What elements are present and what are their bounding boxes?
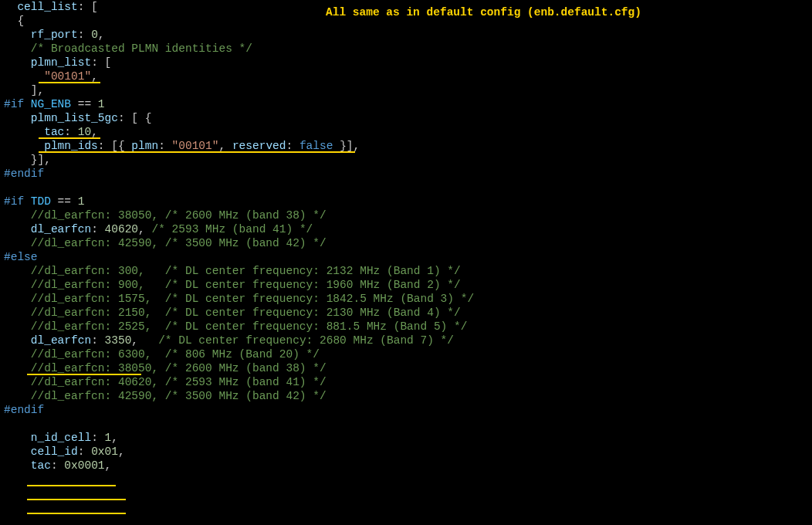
code: : [ { <box>118 112 152 124</box>
code: plmn_ids <box>4 140 98 152</box>
code: //dl_earfcn: 2525, /* DL center frequenc… <box>4 320 467 333</box>
code: /* 2593 MHz (band 41) */ <box>151 223 313 235</box>
underline <box>27 485 116 486</box>
code: cell_id <box>4 445 78 458</box>
code: : <box>51 459 64 472</box>
code: , <box>218 140 232 152</box>
code: 10 <box>78 126 91 138</box>
code: plmn_list_5gc <box>4 112 118 124</box>
underline <box>39 151 355 153</box>
code: 1 <box>98 98 105 110</box>
code: //dl_earfcn: 1575, /* DL center frequenc… <box>4 293 474 305</box>
underline <box>27 374 141 375</box>
annotation-text: All same as in default config (enb.defau… <box>326 6 641 19</box>
config-code: cell_list: [ { rf_port: 0, /* Broadcaste… <box>0 0 812 472</box>
code: dl_earfcn <box>4 334 91 347</box>
code: dl_earfcn <box>4 223 91 235</box>
code: { <box>4 15 24 27</box>
code: rf_port <box>4 29 78 41</box>
code: == <box>71 98 98 110</box>
code: #endif <box>4 404 44 416</box>
code: , <box>111 432 118 444</box>
code: #if <box>4 195 24 208</box>
code: "00101" <box>4 70 91 83</box>
code: false <box>299 140 333 152</box>
code: : <box>78 29 91 41</box>
code: cell_list <box>4 1 78 13</box>
code: //dl_earfcn: 38050, /* 2600 MHz (band 38… <box>4 362 326 374</box>
code: 1 <box>78 195 85 208</box>
code: tac <box>4 126 64 138</box>
code: , <box>91 126 98 138</box>
code: //dl_earfcn: 42590, /* 3500 MHz (band 42… <box>4 390 326 402</box>
code: #else <box>4 251 38 263</box>
code: , <box>118 445 125 458</box>
code: //dl_earfcn: 6300, /* 806 MHz (Band 20) … <box>4 348 320 361</box>
code: }], <box>333 140 360 152</box>
code: : [ <box>91 56 111 69</box>
code: /* Broadcasted PLMN identities */ <box>4 42 252 55</box>
code: 0x01 <box>91 445 118 458</box>
code: 40620 <box>105 223 139 235</box>
code: //dl_earfcn: 2150, /* DL center frequenc… <box>4 307 461 319</box>
code: : <box>158 140 171 152</box>
code: //dl_earfcn: 42590, /* 3500 MHz (band 42… <box>4 237 326 249</box>
underline <box>27 499 126 500</box>
code: }], <box>4 154 51 166</box>
code: : <box>286 140 299 152</box>
code: : [{ <box>98 140 132 152</box>
underline <box>39 82 100 83</box>
code: 3350 <box>105 334 132 347</box>
code: reserved <box>232 140 286 152</box>
code: //dl_earfcn: 900, /* DL center frequency… <box>4 279 461 291</box>
code: 1 <box>105 432 112 444</box>
code: : <box>91 223 104 235</box>
code: //dl_earfcn: 40620, /* 2593 MHz (band 41… <box>4 376 326 388</box>
code: == <box>51 195 78 208</box>
code: "00101" <box>172 140 219 152</box>
code: //dl_earfcn: 38050, /* 2600 MHz (band 38… <box>4 209 326 222</box>
code: plmn_list <box>4 56 91 69</box>
code: #endif <box>4 168 44 180</box>
underline <box>27 513 126 514</box>
code: , <box>91 70 98 83</box>
code: : [ <box>78 1 98 13</box>
code: , <box>98 29 105 41</box>
underline <box>39 137 100 139</box>
code: tac <box>4 459 51 472</box>
code: , <box>131 334 158 347</box>
code: /* DL center frequency: 2680 MHz (Band 7… <box>158 334 454 347</box>
code: : <box>91 334 104 347</box>
code: 0x0001 <box>64 459 104 472</box>
code: : <box>91 432 104 444</box>
code: NG_ENB <box>24 98 71 110</box>
code: #if <box>4 98 24 110</box>
code: TDD <box>24 195 51 208</box>
code: : <box>78 445 91 458</box>
code: , <box>105 459 112 472</box>
code: plmn <box>131 140 158 152</box>
code: 0 <box>91 29 98 41</box>
code: n_id_cell <box>4 432 91 444</box>
code: ], <box>4 84 44 97</box>
code: : <box>64 126 77 138</box>
code: //dl_earfcn: 300, /* DL center frequency… <box>4 265 461 277</box>
code: , <box>138 223 151 235</box>
